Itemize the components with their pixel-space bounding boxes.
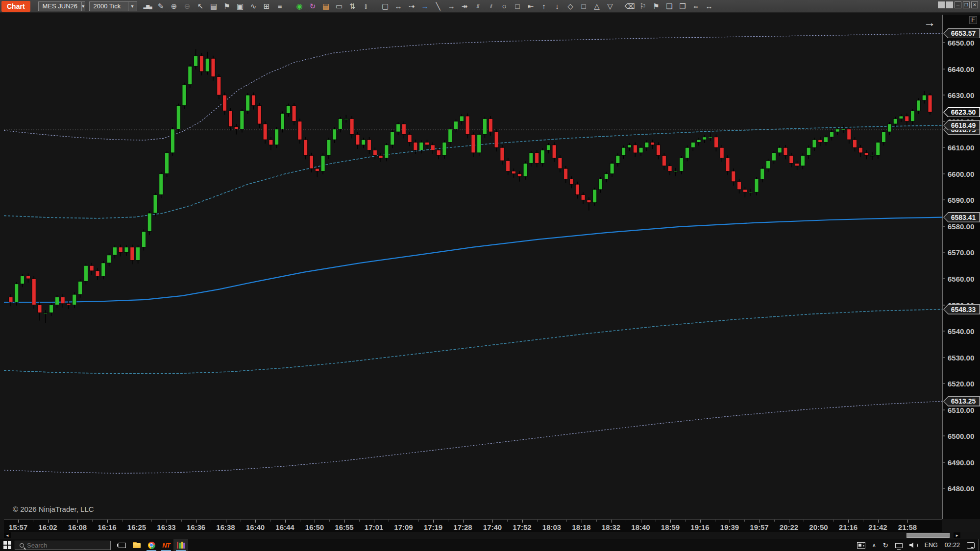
taskbar-app-file-explorer[interactable] <box>129 539 144 551</box>
taskbar-app-documents[interactable] <box>173 539 188 551</box>
sync-button[interactable]: ↻ <box>880 539 892 551</box>
diamond-icon[interactable]: ◇ <box>564 1 577 12</box>
arrow-down-icon[interactable]: ↓ <box>551 1 564 12</box>
double-arrow-icon[interactable]: ↠ <box>458 1 471 12</box>
scroll-right-button[interactable]: ▸ <box>954 532 960 538</box>
triangle-up-icon[interactable]: △ <box>590 1 604 12</box>
interval-selector[interactable]: 2000 Tick ▾ <box>89 1 137 11</box>
window-blank-button-1[interactable] <box>938 1 945 8</box>
zoom-in-icon[interactable]: ⊕ <box>168 1 181 12</box>
time-tick <box>107 520 108 523</box>
fit-horizontal-icon: ↔ <box>706 2 713 10</box>
price-axis[interactable]: F 6650.006640.006630.006620.006610.00660… <box>942 15 980 519</box>
close-button[interactable]: ✕ <box>971 1 978 8</box>
tray-expand-button[interactable]: ∧ <box>869 539 880 551</box>
paste-icon: ❐ <box>679 2 686 11</box>
trend-line-icon[interactable]: ╲ <box>432 1 445 12</box>
time-tick <box>552 520 552 523</box>
order-flow-icon[interactable]: ⇅ <box>346 1 359 12</box>
notification-button[interactable] <box>963 539 978 551</box>
arrow-down-icon: ↓ <box>555 2 559 10</box>
copy-icon[interactable]: ❏ <box>663 1 676 12</box>
time-label: 17:01 <box>365 523 383 531</box>
chart-trader-icon: ▣ <box>237 2 244 11</box>
chart-plot-area[interactable]: © 2026 NinjaTrader, LLC → <box>4 15 942 519</box>
time-label: 17:28 <box>453 523 472 531</box>
time-label: 16:40 <box>246 523 265 531</box>
time-tick-minor <box>270 520 270 522</box>
snapshot-icon[interactable]: ▤ <box>319 1 333 12</box>
windows-taskbar: NT ∧ ↻ ENG 02:22 <box>0 539 980 551</box>
arrow-up-icon[interactable]: ↑ <box>538 1 551 12</box>
zoom-out-icon[interactable]: ⊖ <box>181 1 194 12</box>
horizontal-line-icon[interactable]: ↔ <box>392 1 405 12</box>
horizontal-scrollbar[interactable]: ◂ ▸ <box>0 532 980 539</box>
time-label: 19:39 <box>720 523 739 531</box>
chart-tab[interactable]: Chart <box>1 1 30 12</box>
taskbar-app-task-view[interactable] <box>115 539 129 551</box>
square-icon[interactable]: □ <box>577 1 590 12</box>
alerts-icon[interactable]: ⚑ <box>220 1 234 12</box>
drawing-tools-icon[interactable]: ✎ <box>154 1 168 12</box>
indicators-icon[interactable]: ∿ <box>247 1 260 12</box>
time-axis[interactable]: 15:5716:0216:0816:1616:2516:3316:3616:38… <box>4 519 942 532</box>
paste-icon[interactable]: ❐ <box>676 1 689 12</box>
taskbar-app-ninjatrader[interactable]: NT <box>159 539 173 551</box>
restore-button[interactable]: ❐ <box>963 1 970 8</box>
time-tick-minor <box>418 520 419 522</box>
search-input[interactable] <box>27 542 100 549</box>
rectangle-icon: □ <box>515 2 520 10</box>
scroll-left-button[interactable]: ◂ <box>4 532 11 538</box>
data-box-icon[interactable]: ▤ <box>207 1 220 12</box>
rectangle-icon[interactable]: □ <box>511 1 524 12</box>
ellipse-icon: ○ <box>502 2 507 10</box>
chevron-down-icon[interactable]: ▾ <box>81 2 84 11</box>
triangle-down-icon[interactable]: ▽ <box>604 1 617 12</box>
taskbar-clock[interactable]: 02:22 <box>941 539 963 551</box>
fit-horizontal-icon[interactable]: ↔ <box>703 1 716 12</box>
scroll-to-end-arrow-icon[interactable]: → <box>924 17 935 28</box>
ruler-icon[interactable]: ▭ <box>333 1 346 12</box>
expand-horizontal-icon[interactable]: ⇔ <box>689 1 703 12</box>
trend-channel-icon[interactable]: // <box>485 1 498 12</box>
start-button[interactable] <box>0 539 15 551</box>
language-indicator[interactable]: ENG <box>921 539 941 551</box>
scrollbar-thumb[interactable] <box>906 533 950 538</box>
chevron-down-icon[interactable]: ▾ <box>128 2 137 11</box>
show-desktop-button[interactable] <box>978 539 980 551</box>
cursor-icon[interactable]: ↖ <box>194 1 207 12</box>
taskbar-app-chrome[interactable] <box>144 539 159 551</box>
andrews-pitchfork-icon[interactable]: /// <box>471 1 485 12</box>
bar-type-icon[interactable]: ▂▆▄ <box>141 1 154 12</box>
price-marker-icon[interactable]: ⇤ <box>524 1 538 12</box>
time-tick <box>611 520 612 523</box>
window-blank-button-2[interactable] <box>946 1 953 8</box>
region-highlight-icon[interactable]: [] <box>359 1 372 12</box>
instrument-selector[interactable]: MES JUN26 ▾ <box>38 1 85 11</box>
reload-data-icon[interactable]: ↻ <box>306 1 319 12</box>
market-replay-icon[interactable]: ◉ <box>293 1 306 12</box>
properties-icon[interactable]: ≡ <box>273 1 287 12</box>
chart-templates-icon[interactable]: ⊞ <box>260 1 273 12</box>
minimize-button[interactable]: ─ <box>955 1 961 8</box>
ellipse-icon[interactable]: ○ <box>498 1 511 12</box>
flag-outline-icon[interactable]: ⚐ <box>637 1 650 12</box>
fixed-scale-button[interactable]: F <box>969 16 977 24</box>
arrow-line-icon[interactable]: → <box>445 1 458 12</box>
candlestick-chart[interactable] <box>4 15 942 519</box>
selection-box-icon[interactable]: ▢ <box>379 1 392 12</box>
chart-trader-icon[interactable]: ▣ <box>234 1 247 12</box>
news-icon <box>857 542 865 549</box>
volume-button[interactable] <box>906 539 921 551</box>
flag-filled-icon[interactable]: ⚑ <box>650 1 663 12</box>
volume-icon <box>909 543 915 548</box>
delete-drawing-icon[interactable]: ⌫ <box>623 1 637 12</box>
chrome-icon <box>148 542 155 549</box>
ray-line-icon[interactable]: ⇢ <box>405 1 418 12</box>
extended-line-icon[interactable]: → <box>418 1 432 12</box>
time-tick <box>789 520 789 523</box>
time-label: 18:40 <box>631 523 650 531</box>
network-button[interactable] <box>892 539 906 551</box>
taskbar-search[interactable] <box>15 541 111 550</box>
news-widget-button[interactable] <box>854 539 869 551</box>
